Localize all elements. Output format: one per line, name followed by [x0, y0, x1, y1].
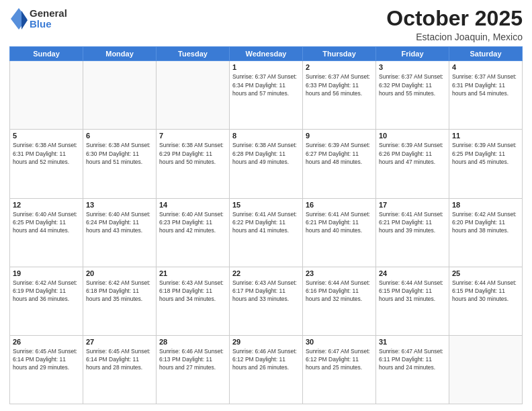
page: General Blue October 2025 Estacion Joaqu…	[0, 0, 532, 411]
col-tuesday: Tuesday	[157, 47, 230, 61]
day-number: 2	[306, 63, 373, 71]
cell-info: Sunrise: 6:45 AM Sunset: 6:14 PM Dayligh…	[13, 347, 80, 372]
cell-info: Sunrise: 6:42 AM Sunset: 6:19 PM Dayligh…	[13, 279, 80, 304]
table-row: 18Sunrise: 6:42 AM Sunset: 6:20 PM Dayli…	[449, 198, 523, 267]
table-row: 30Sunrise: 6:47 AM Sunset: 6:12 PM Dayli…	[303, 335, 376, 404]
day-number: 9	[306, 132, 373, 140]
table-row	[449, 335, 523, 404]
logo-text: General Blue	[30, 8, 67, 30]
table-row: 21Sunrise: 6:43 AM Sunset: 6:18 PM Dayli…	[157, 267, 230, 335]
table-row: 22Sunrise: 6:43 AM Sunset: 6:17 PM Dayli…	[230, 267, 303, 335]
day-number: 6	[86, 132, 153, 140]
day-number: 7	[159, 132, 226, 140]
cell-info: Sunrise: 6:42 AM Sunset: 6:18 PM Dayligh…	[86, 279, 153, 304]
calendar-week-row: 19Sunrise: 6:42 AM Sunset: 6:19 PM Dayli…	[10, 267, 523, 335]
cell-info: Sunrise: 6:45 AM Sunset: 6:14 PM Dayligh…	[86, 347, 153, 372]
table-row: 16Sunrise: 6:41 AM Sunset: 6:21 PM Dayli…	[303, 198, 376, 267]
table-row: 4Sunrise: 6:37 AM Sunset: 6:31 PM Daylig…	[449, 61, 523, 130]
cell-info: Sunrise: 6:38 AM Sunset: 6:30 PM Dayligh…	[86, 141, 153, 166]
cell-info: Sunrise: 6:38 AM Sunset: 6:29 PM Dayligh…	[159, 141, 226, 166]
cell-info: Sunrise: 6:38 AM Sunset: 6:31 PM Dayligh…	[13, 141, 80, 166]
table-row: 13Sunrise: 6:40 AM Sunset: 6:24 PM Dayli…	[83, 198, 157, 267]
cell-info: Sunrise: 6:43 AM Sunset: 6:17 PM Dayligh…	[232, 279, 300, 304]
cell-info: Sunrise: 6:41 AM Sunset: 6:22 PM Dayligh…	[232, 210, 300, 235]
table-row: 19Sunrise: 6:42 AM Sunset: 6:19 PM Dayli…	[10, 267, 83, 335]
cell-info: Sunrise: 6:37 AM Sunset: 6:32 PM Dayligh…	[379, 73, 446, 97]
col-monday: Monday	[83, 47, 157, 61]
calendar-table: Sunday Monday Tuesday Wednesday Thursday…	[9, 46, 523, 404]
calendar-week-row: 1Sunrise: 6:37 AM Sunset: 6:34 PM Daylig…	[10, 61, 523, 130]
month-title: October 2025	[386, 7, 523, 30]
day-number: 24	[379, 269, 446, 277]
cell-info: Sunrise: 6:39 AM Sunset: 6:26 PM Dayligh…	[379, 141, 446, 166]
calendar-week-row: 12Sunrise: 6:40 AM Sunset: 6:25 PM Dayli…	[10, 198, 523, 267]
cell-info: Sunrise: 6:38 AM Sunset: 6:28 PM Dayligh…	[232, 141, 300, 166]
cell-info: Sunrise: 6:39 AM Sunset: 6:25 PM Dayligh…	[452, 141, 519, 166]
day-number: 15	[232, 201, 300, 209]
table-row: 20Sunrise: 6:42 AM Sunset: 6:18 PM Dayli…	[83, 267, 157, 335]
cell-info: Sunrise: 6:43 AM Sunset: 6:18 PM Dayligh…	[159, 279, 226, 304]
day-number: 25	[452, 269, 519, 277]
table-row: 5Sunrise: 6:38 AM Sunset: 6:31 PM Daylig…	[10, 130, 83, 198]
day-number: 14	[159, 201, 226, 209]
table-row: 23Sunrise: 6:44 AM Sunset: 6:16 PM Dayli…	[303, 267, 376, 335]
location-subtitle: Estacion Joaquin, Mexico	[386, 32, 523, 42]
table-row: 6Sunrise: 6:38 AM Sunset: 6:30 PM Daylig…	[83, 130, 157, 198]
table-row: 17Sunrise: 6:41 AM Sunset: 6:21 PM Dayli…	[376, 198, 449, 267]
day-number: 5	[13, 132, 80, 140]
day-number: 1	[232, 63, 300, 71]
table-row: 8Sunrise: 6:38 AM Sunset: 6:28 PM Daylig…	[230, 130, 303, 198]
logo-general: General	[30, 8, 67, 19]
cell-info: Sunrise: 6:44 AM Sunset: 6:16 PM Dayligh…	[306, 279, 373, 304]
cell-info: Sunrise: 6:40 AM Sunset: 6:24 PM Dayligh…	[86, 210, 153, 235]
table-row: 26Sunrise: 6:45 AM Sunset: 6:14 PM Dayli…	[10, 335, 83, 404]
day-number: 8	[232, 132, 300, 140]
calendar-header-row: Sunday Monday Tuesday Wednesday Thursday…	[10, 47, 523, 61]
day-number: 11	[452, 132, 519, 140]
logo-icon	[9, 7, 28, 31]
table-row: 15Sunrise: 6:41 AM Sunset: 6:22 PM Dayli…	[230, 198, 303, 267]
cell-info: Sunrise: 6:46 AM Sunset: 6:12 PM Dayligh…	[232, 347, 300, 372]
day-number: 31	[379, 338, 446, 346]
calendar-week-row: 26Sunrise: 6:45 AM Sunset: 6:14 PM Dayli…	[10, 335, 523, 404]
cell-info: Sunrise: 6:37 AM Sunset: 6:33 PM Dayligh…	[306, 73, 373, 97]
table-row: 9Sunrise: 6:39 AM Sunset: 6:27 PM Daylig…	[303, 130, 376, 198]
day-number: 10	[379, 132, 446, 140]
day-number: 29	[232, 338, 300, 346]
svg-marker-1	[21, 11, 28, 30]
cell-info: Sunrise: 6:37 AM Sunset: 6:34 PM Dayligh…	[232, 73, 300, 97]
day-number: 12	[13, 201, 80, 209]
cell-info: Sunrise: 6:37 AM Sunset: 6:31 PM Dayligh…	[452, 73, 519, 97]
day-number: 27	[86, 338, 153, 346]
table-row: 10Sunrise: 6:39 AM Sunset: 6:26 PM Dayli…	[376, 130, 449, 198]
title-block: October 2025 Estacion Joaquin, Mexico	[386, 7, 523, 42]
table-row: 7Sunrise: 6:38 AM Sunset: 6:29 PM Daylig…	[157, 130, 230, 198]
table-row: 2Sunrise: 6:37 AM Sunset: 6:33 PM Daylig…	[303, 61, 376, 130]
table-row: 27Sunrise: 6:45 AM Sunset: 6:14 PM Dayli…	[83, 335, 157, 404]
col-saturday: Saturday	[449, 47, 523, 61]
cell-info: Sunrise: 6:46 AM Sunset: 6:13 PM Dayligh…	[159, 347, 226, 372]
day-number: 17	[379, 201, 446, 209]
day-number: 4	[452, 63, 519, 71]
table-row: 25Sunrise: 6:44 AM Sunset: 6:15 PM Dayli…	[449, 267, 523, 335]
cell-info: Sunrise: 6:47 AM Sunset: 6:11 PM Dayligh…	[379, 347, 446, 372]
table-row	[10, 61, 83, 130]
day-number: 28	[159, 338, 226, 346]
calendar-week-row: 5Sunrise: 6:38 AM Sunset: 6:31 PM Daylig…	[10, 130, 523, 198]
day-number: 13	[86, 201, 153, 209]
table-row	[83, 61, 157, 130]
day-number: 3	[379, 63, 446, 71]
cell-info: Sunrise: 6:41 AM Sunset: 6:21 PM Dayligh…	[306, 210, 373, 235]
logo-blue: Blue	[30, 19, 67, 30]
table-row: 3Sunrise: 6:37 AM Sunset: 6:32 PM Daylig…	[376, 61, 449, 130]
day-number: 22	[232, 269, 300, 277]
col-thursday: Thursday	[303, 47, 376, 61]
cell-info: Sunrise: 6:47 AM Sunset: 6:12 PM Dayligh…	[306, 347, 373, 372]
day-number: 26	[13, 338, 80, 346]
cell-info: Sunrise: 6:40 AM Sunset: 6:23 PM Dayligh…	[159, 210, 226, 235]
logo: General Blue	[9, 7, 67, 31]
col-wednesday: Wednesday	[230, 47, 303, 61]
table-row: 14Sunrise: 6:40 AM Sunset: 6:23 PM Dayli…	[157, 198, 230, 267]
cell-info: Sunrise: 6:40 AM Sunset: 6:25 PM Dayligh…	[13, 210, 80, 235]
day-number: 21	[159, 269, 226, 277]
